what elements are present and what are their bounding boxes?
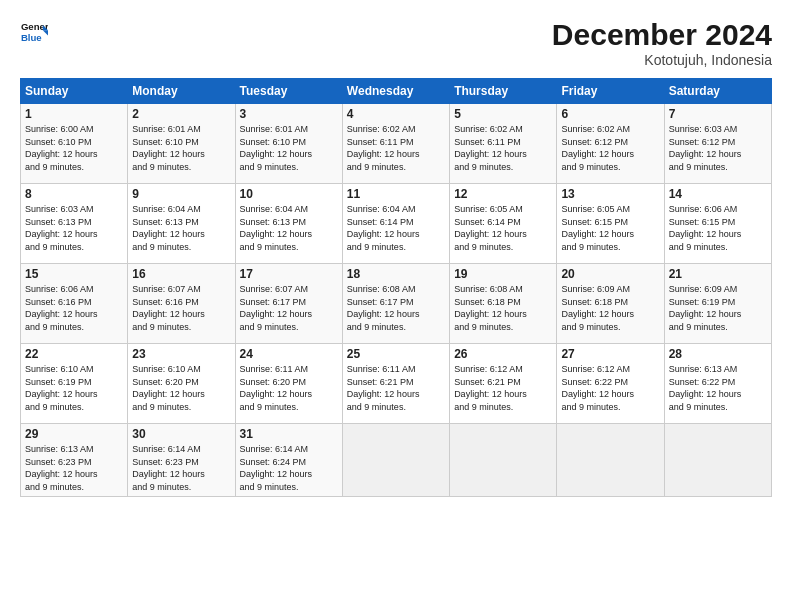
table-row: 25 Sunrise: 6:11 AM Sunset: 6:21 PM Dayl… (342, 344, 449, 424)
header: General Blue December 2024 Kototujuh, In… (20, 18, 772, 68)
day-info: Sunrise: 6:03 AM Sunset: 6:13 PM Dayligh… (25, 203, 123, 253)
day-info: Sunrise: 6:01 AM Sunset: 6:10 PM Dayligh… (240, 123, 338, 173)
col-friday: Friday (557, 79, 664, 104)
table-row: 23 Sunrise: 6:10 AM Sunset: 6:20 PM Dayl… (128, 344, 235, 424)
table-row: 26 Sunrise: 6:12 AM Sunset: 6:21 PM Dayl… (450, 344, 557, 424)
day-info: Sunrise: 6:02 AM Sunset: 6:12 PM Dayligh… (561, 123, 659, 173)
table-row: 20 Sunrise: 6:09 AM Sunset: 6:18 PM Dayl… (557, 264, 664, 344)
day-number: 9 (132, 187, 230, 201)
title-block: December 2024 Kototujuh, Indonesia (552, 18, 772, 68)
table-row: 18 Sunrise: 6:08 AM Sunset: 6:17 PM Dayl… (342, 264, 449, 344)
table-row: 1 Sunrise: 6:00 AM Sunset: 6:10 PM Dayli… (21, 104, 128, 184)
table-row: 2 Sunrise: 6:01 AM Sunset: 6:10 PM Dayli… (128, 104, 235, 184)
day-number: 13 (561, 187, 659, 201)
day-number: 4 (347, 107, 445, 121)
day-info: Sunrise: 6:05 AM Sunset: 6:15 PM Dayligh… (561, 203, 659, 253)
day-number: 17 (240, 267, 338, 281)
day-number: 16 (132, 267, 230, 281)
day-number: 18 (347, 267, 445, 281)
logo-icon: General Blue (20, 18, 48, 46)
day-info: Sunrise: 6:03 AM Sunset: 6:12 PM Dayligh… (669, 123, 767, 173)
table-row: 11 Sunrise: 6:04 AM Sunset: 6:14 PM Dayl… (342, 184, 449, 264)
day-number: 1 (25, 107, 123, 121)
day-number: 22 (25, 347, 123, 361)
day-info: Sunrise: 6:01 AM Sunset: 6:10 PM Dayligh… (132, 123, 230, 173)
day-info: Sunrise: 6:07 AM Sunset: 6:17 PM Dayligh… (240, 283, 338, 333)
day-number: 14 (669, 187, 767, 201)
calendar-table: Sunday Monday Tuesday Wednesday Thursday… (20, 78, 772, 497)
table-row: 12 Sunrise: 6:05 AM Sunset: 6:14 PM Dayl… (450, 184, 557, 264)
table-row: 17 Sunrise: 6:07 AM Sunset: 6:17 PM Dayl… (235, 264, 342, 344)
day-info: Sunrise: 6:10 AM Sunset: 6:19 PM Dayligh… (25, 363, 123, 413)
table-row: 10 Sunrise: 6:04 AM Sunset: 6:13 PM Dayl… (235, 184, 342, 264)
day-info: Sunrise: 6:14 AM Sunset: 6:23 PM Dayligh… (132, 443, 230, 493)
day-number: 12 (454, 187, 552, 201)
col-wednesday: Wednesday (342, 79, 449, 104)
day-number: 7 (669, 107, 767, 121)
table-row: 16 Sunrise: 6:07 AM Sunset: 6:16 PM Dayl… (128, 264, 235, 344)
day-number: 26 (454, 347, 552, 361)
table-row: 30 Sunrise: 6:14 AM Sunset: 6:23 PM Dayl… (128, 424, 235, 497)
day-info: Sunrise: 6:11 AM Sunset: 6:20 PM Dayligh… (240, 363, 338, 413)
day-number: 29 (25, 427, 123, 441)
day-number: 11 (347, 187, 445, 201)
calendar-header-row: Sunday Monday Tuesday Wednesday Thursday… (21, 79, 772, 104)
day-number: 5 (454, 107, 552, 121)
day-number: 10 (240, 187, 338, 201)
col-thursday: Thursday (450, 79, 557, 104)
day-info: Sunrise: 6:09 AM Sunset: 6:19 PM Dayligh… (669, 283, 767, 333)
day-info: Sunrise: 6:06 AM Sunset: 6:16 PM Dayligh… (25, 283, 123, 333)
table-row (450, 424, 557, 497)
svg-text:Blue: Blue (21, 32, 42, 43)
month-title: December 2024 (552, 18, 772, 52)
day-info: Sunrise: 6:08 AM Sunset: 6:18 PM Dayligh… (454, 283, 552, 333)
day-number: 8 (25, 187, 123, 201)
day-info: Sunrise: 6:06 AM Sunset: 6:15 PM Dayligh… (669, 203, 767, 253)
table-row (342, 424, 449, 497)
day-info: Sunrise: 6:04 AM Sunset: 6:14 PM Dayligh… (347, 203, 445, 253)
day-number: 30 (132, 427, 230, 441)
table-row (557, 424, 664, 497)
logo: General Blue (20, 18, 48, 46)
day-info: Sunrise: 6:09 AM Sunset: 6:18 PM Dayligh… (561, 283, 659, 333)
day-number: 28 (669, 347, 767, 361)
col-tuesday: Tuesday (235, 79, 342, 104)
table-row: 28 Sunrise: 6:13 AM Sunset: 6:22 PM Dayl… (664, 344, 771, 424)
table-row: 31 Sunrise: 6:14 AM Sunset: 6:24 PM Dayl… (235, 424, 342, 497)
day-info: Sunrise: 6:07 AM Sunset: 6:16 PM Dayligh… (132, 283, 230, 333)
table-row: 19 Sunrise: 6:08 AM Sunset: 6:18 PM Dayl… (450, 264, 557, 344)
day-number: 19 (454, 267, 552, 281)
day-number: 21 (669, 267, 767, 281)
day-number: 20 (561, 267, 659, 281)
table-row: 14 Sunrise: 6:06 AM Sunset: 6:15 PM Dayl… (664, 184, 771, 264)
table-row: 15 Sunrise: 6:06 AM Sunset: 6:16 PM Dayl… (21, 264, 128, 344)
day-info: Sunrise: 6:10 AM Sunset: 6:20 PM Dayligh… (132, 363, 230, 413)
day-info: Sunrise: 6:13 AM Sunset: 6:23 PM Dayligh… (25, 443, 123, 493)
day-info: Sunrise: 6:12 AM Sunset: 6:22 PM Dayligh… (561, 363, 659, 413)
day-number: 2 (132, 107, 230, 121)
page: General Blue December 2024 Kototujuh, In… (0, 0, 792, 612)
location: Kototujuh, Indonesia (552, 52, 772, 68)
table-row: 5 Sunrise: 6:02 AM Sunset: 6:11 PM Dayli… (450, 104, 557, 184)
col-monday: Monday (128, 79, 235, 104)
col-sunday: Sunday (21, 79, 128, 104)
table-row: 21 Sunrise: 6:09 AM Sunset: 6:19 PM Dayl… (664, 264, 771, 344)
table-row: 22 Sunrise: 6:10 AM Sunset: 6:19 PM Dayl… (21, 344, 128, 424)
day-number: 15 (25, 267, 123, 281)
table-row (664, 424, 771, 497)
day-info: Sunrise: 6:05 AM Sunset: 6:14 PM Dayligh… (454, 203, 552, 253)
day-info: Sunrise: 6:02 AM Sunset: 6:11 PM Dayligh… (347, 123, 445, 173)
day-info: Sunrise: 6:04 AM Sunset: 6:13 PM Dayligh… (132, 203, 230, 253)
day-info: Sunrise: 6:00 AM Sunset: 6:10 PM Dayligh… (25, 123, 123, 173)
day-info: Sunrise: 6:12 AM Sunset: 6:21 PM Dayligh… (454, 363, 552, 413)
day-number: 31 (240, 427, 338, 441)
table-row: 7 Sunrise: 6:03 AM Sunset: 6:12 PM Dayli… (664, 104, 771, 184)
day-number: 3 (240, 107, 338, 121)
table-row: 9 Sunrise: 6:04 AM Sunset: 6:13 PM Dayli… (128, 184, 235, 264)
table-row: 13 Sunrise: 6:05 AM Sunset: 6:15 PM Dayl… (557, 184, 664, 264)
day-info: Sunrise: 6:13 AM Sunset: 6:22 PM Dayligh… (669, 363, 767, 413)
day-info: Sunrise: 6:14 AM Sunset: 6:24 PM Dayligh… (240, 443, 338, 493)
day-number: 25 (347, 347, 445, 361)
table-row: 3 Sunrise: 6:01 AM Sunset: 6:10 PM Dayli… (235, 104, 342, 184)
day-info: Sunrise: 6:11 AM Sunset: 6:21 PM Dayligh… (347, 363, 445, 413)
